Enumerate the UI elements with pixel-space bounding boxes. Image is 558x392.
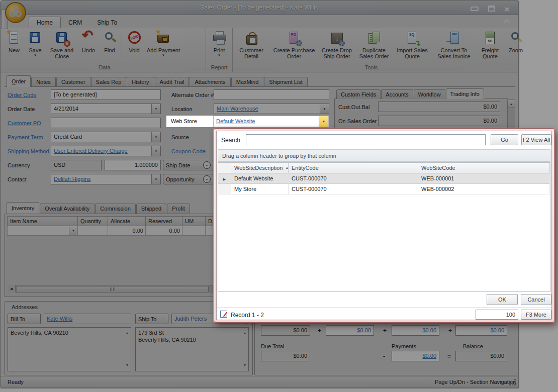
row-indicator-cell <box>218 184 231 194</box>
search-label: Search <box>221 137 240 144</box>
desktop: Sales Order - [To be generated] - Kate W… <box>0 0 558 392</box>
cancel-button[interactable]: Cancel <box>521 294 551 305</box>
cell-website-code[interactable]: WEB-000001 <box>418 173 550 184</box>
web-store-label: Web Store <box>166 116 213 127</box>
column-website-description[interactable]: WebSiteDescription▲ <box>231 163 289 173</box>
cell-entity-code[interactable]: CUST-000070 <box>289 173 418 184</box>
lookup-row-default-website[interactable]: Default Website CUST-000070 WEB-000001 <box>218 173 550 184</box>
search-input[interactable] <box>246 134 486 145</box>
more-button[interactable]: F3 More <box>521 310 551 320</box>
record-notebook-icon <box>220 311 227 318</box>
column-website-code[interactable]: WebSiteCode <box>418 163 550 173</box>
page-size-input[interactable] <box>476 310 518 320</box>
lookup-dialog-body: Search Go F2 View All Drag a column head… <box>216 131 552 320</box>
web-store-input[interactable]: Default Website <box>213 116 329 127</box>
lookup-row-my-store[interactable]: My Store CUST-000070 WEB-000002 <box>218 184 550 194</box>
go-button[interactable]: Go <box>491 134 518 145</box>
lookup-grid-header: WebSiteDescription▲ EntityCode WebSiteCo… <box>218 163 550 173</box>
web-store-lookup-dialog: Search Go F2 View All Drag a column head… <box>214 128 554 323</box>
cell-website-description[interactable]: My Store <box>231 184 289 194</box>
cell-website-code[interactable]: WEB-000002 <box>418 184 550 194</box>
cell-website-description[interactable]: Default Website <box>231 173 289 184</box>
view-all-button[interactable]: F2 View All <box>521 134 551 145</box>
column-entity-code[interactable]: EntityCode <box>289 163 418 173</box>
cell-entity-code[interactable]: CUST-000070 <box>289 184 418 194</box>
ok-button[interactable]: OK <box>487 294 518 305</box>
footer-divider <box>217 308 551 308</box>
web-store-dropdown-button[interactable] <box>319 116 328 127</box>
lookup-grid: WebSiteDescription▲ EntityCode WebSiteCo… <box>218 162 550 292</box>
selected-row-indicator-icon <box>218 173 231 184</box>
group-by-hint[interactable]: Drag a column header to group by that co… <box>218 149 550 162</box>
record-count-label: Record 1 - 2 <box>231 312 264 319</box>
row-indicator-header <box>218 163 231 173</box>
